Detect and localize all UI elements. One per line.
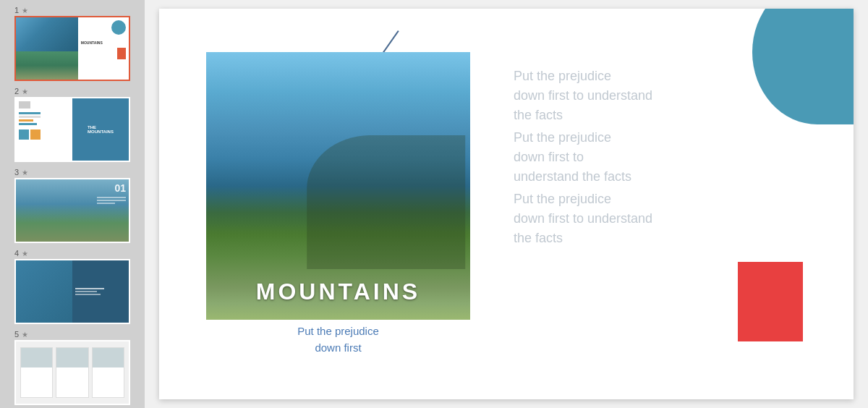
main-canvas-area: MOUNTAINS Put the prejudice down first P… [145, 0, 868, 408]
slide-thumb-5[interactable]: 5 ★ [14, 330, 130, 405]
mountain-title: MOUNTAINS [256, 279, 420, 320]
slide-star-3: ★ [22, 169, 28, 177]
photo-caption: Put the prejudice down first [206, 323, 470, 356]
text-group-3: Put the prejudicedown first to understan… [514, 190, 803, 248]
slide-star-5: ★ [22, 331, 28, 339]
slide-thumb-4[interactable]: 4 ★ [14, 249, 130, 324]
caption-line1: Put the prejudice [206, 323, 470, 340]
slide-thumb-1[interactable]: 1 ★ MOUNTAINS [14, 6, 130, 81]
red-rect-decoration [738, 262, 803, 341]
text-block: Put the prejudicedown first to understan… [514, 67, 803, 251]
slide-number-3: 3 [14, 168, 19, 177]
slide-number-5: 5 [14, 330, 19, 339]
slide-star-4: ★ [22, 250, 28, 258]
slide-thumb-3[interactable]: 3 ★ 01 [14, 168, 130, 243]
text-group-1: Put the prejudicedown first to understan… [514, 67, 803, 125]
caption-line2: down first [206, 340, 470, 357]
slide-thumb-2[interactable]: 2 ★ THEMOUNTAINS [14, 87, 130, 162]
slide-number-2: 2 [14, 87, 19, 95]
slide-panel[interactable]: 1 ★ MOUNTAINS 2 ★ [0, 0, 145, 408]
slide-star-2: ★ [22, 88, 28, 95]
slide-number-4: 4 [14, 249, 19, 258]
slide-number-1: 1 [14, 6, 19, 14]
main-photo: MOUNTAINS [206, 52, 470, 320]
slide-canvas: MOUNTAINS Put the prejudice down first P… [159, 9, 854, 399]
text-group-2: Put the prejudicedown first tounderstand… [514, 128, 803, 187]
slide-star-1: ★ [22, 7, 28, 14]
